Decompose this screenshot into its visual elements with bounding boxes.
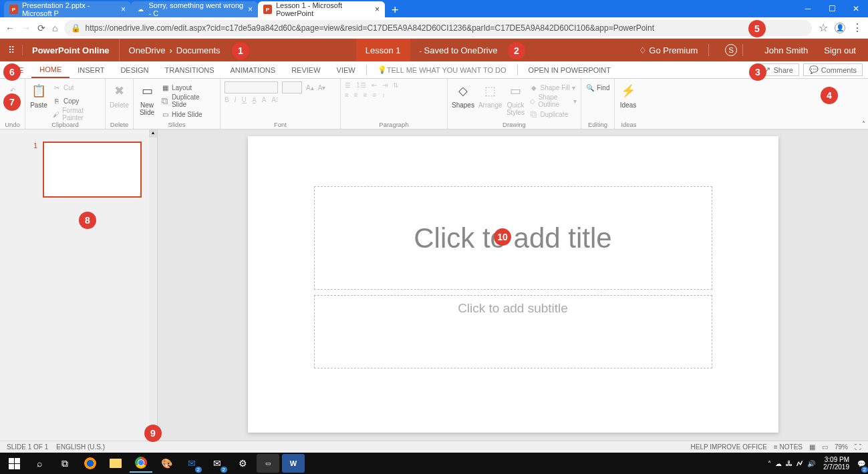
duplicate-shape-button[interactable]: ⿻Duplicate bbox=[529, 108, 577, 120]
text-direction-icon[interactable]: ⇅ bbox=[393, 81, 398, 89]
cut-button[interactable]: ✂Cut bbox=[52, 81, 101, 93]
bullets-icon[interactable]: ☰ bbox=[345, 81, 351, 89]
sign-out-link[interactable]: Sign out bbox=[819, 45, 861, 55]
url-input[interactable]: 🔒 https://onedrive.live.com/edit.aspx?ci… bbox=[64, 20, 812, 36]
browser-tab-1[interactable]: P Presentation 2.pptx - Microsoft P × bbox=[4, 1, 131, 17]
title-placeholder[interactable]: Click to add title bbox=[314, 186, 712, 290]
undo-button[interactable]: ↶ bbox=[10, 84, 15, 96]
close-tab-icon[interactable]: × bbox=[248, 5, 253, 14]
hide-slide-button[interactable]: ▭Hide Slide bbox=[160, 108, 216, 120]
window-maximize[interactable]: ☐ bbox=[820, 0, 844, 17]
ideas-button[interactable]: ⚡Ideas bbox=[619, 81, 637, 109]
start-button[interactable] bbox=[3, 454, 25, 473]
underline-icon[interactable]: U bbox=[241, 96, 246, 103]
outlook-icon[interactable]: ✉2 bbox=[180, 454, 203, 473]
find-button[interactable]: 🔍Find bbox=[585, 81, 609, 93]
go-premium-button[interactable]: ♢ Go Premium bbox=[633, 45, 704, 55]
slide-counter[interactable]: SLIDE 1 OF 1 bbox=[7, 443, 48, 451]
scroll-up-icon[interactable]: ▴ bbox=[149, 130, 157, 138]
close-tab-icon[interactable]: × bbox=[375, 5, 380, 14]
italic-icon[interactable]: I bbox=[235, 96, 237, 103]
indent-decrease-icon[interactable]: ⇤ bbox=[372, 81, 377, 89]
duplicate-slide-button[interactable]: ⿻Duplicate Slide bbox=[160, 95, 216, 107]
close-tab-icon[interactable]: × bbox=[121, 5, 126, 14]
thumbnail-scrollbar[interactable]: ▴ bbox=[149, 130, 157, 441]
home-button[interactable]: ⌂ bbox=[52, 23, 57, 33]
forward-button[interactable]: → bbox=[21, 23, 31, 33]
breadcrumb-folder[interactable]: Documents bbox=[176, 45, 221, 55]
notes-toggle[interactable]: ≡ NOTES bbox=[774, 443, 803, 451]
open-in-powerpoint[interactable]: OPEN IN POWERPOINT bbox=[521, 61, 619, 78]
font-color-icon[interactable]: A̲ bbox=[252, 96, 257, 103]
highlight-icon[interactable]: A bbox=[262, 96, 267, 103]
network-tray-icon[interactable]: 🖧 bbox=[786, 460, 792, 467]
shapes-button[interactable]: ◇Shapes bbox=[452, 81, 474, 109]
back-button[interactable]: ← bbox=[5, 23, 15, 33]
shape-outline-button[interactable]: ◇Shape Outline ▾ bbox=[529, 95, 577, 107]
subtitle-placeholder[interactable]: Click to add subtitle bbox=[314, 295, 712, 369]
word-icon[interactable]: W bbox=[282, 454, 305, 473]
clear-format-icon[interactable]: A⃠ bbox=[271, 96, 278, 103]
tab-animations[interactable]: ANIMATIONS bbox=[223, 61, 284, 78]
mail-icon[interactable]: ✉2 bbox=[206, 454, 229, 473]
slideshow-view-icon[interactable]: ▭ bbox=[822, 443, 828, 451]
window-minimize[interactable]: ─ bbox=[796, 0, 820, 17]
quick-styles-button[interactable]: ▭Quick Styles bbox=[507, 81, 525, 116]
tab-review[interactable]: REVIEW bbox=[283, 61, 328, 78]
slide-thumbnail-1[interactable] bbox=[43, 142, 142, 198]
window-close[interactable]: ✕ bbox=[844, 0, 868, 17]
user-name[interactable]: John Smith bbox=[759, 45, 813, 55]
copy-button[interactable]: ⎘Copy bbox=[52, 95, 101, 107]
browser-tab-2[interactable]: ☁ Sorry, something went wrong - C × bbox=[131, 1, 258, 17]
tab-transitions[interactable]: TRANSITIONS bbox=[157, 61, 223, 78]
align-right-icon[interactable]: ≡ bbox=[364, 91, 368, 99]
tab-design[interactable]: DESIGN bbox=[112, 61, 156, 78]
reload-button[interactable]: ⟳ bbox=[37, 23, 45, 33]
font-family-input[interactable] bbox=[225, 81, 278, 93]
grow-font-icon[interactable]: A▴ bbox=[306, 81, 314, 93]
tab-home[interactable]: HOME bbox=[31, 61, 69, 78]
settings-icon[interactable]: ⚙ bbox=[231, 454, 254, 473]
delete-button[interactable]: ✖ Delete bbox=[110, 81, 129, 109]
align-left-icon[interactable]: ≡ bbox=[345, 91, 349, 99]
comments-button[interactable]: 💬 Comments bbox=[803, 63, 863, 76]
paste-button[interactable]: 📋 Paste bbox=[29, 81, 48, 109]
shape-fill-button[interactable]: ◆Shape Fill ▾ bbox=[529, 81, 577, 93]
task-view-icon[interactable]: ⧉ bbox=[53, 454, 76, 473]
bookmark-star-icon[interactable]: ☆ bbox=[819, 21, 828, 34]
fit-to-window-icon[interactable]: ⛶ bbox=[855, 443, 861, 451]
onedrive-tray-icon[interactable]: ☁ bbox=[775, 460, 782, 467]
firefox-taskbar-icon[interactable] bbox=[79, 454, 102, 473]
browser-menu-icon[interactable]: ⋮ bbox=[852, 21, 863, 34]
normal-view-icon[interactable]: ▦ bbox=[809, 443, 815, 451]
align-center-icon[interactable]: ≡ bbox=[354, 91, 358, 99]
tell-me-search[interactable]: 💡 Tell me what you want to do bbox=[370, 61, 515, 78]
tab-file[interactable]: FILE bbox=[0, 61, 31, 78]
cortana-search-icon[interactable]: ⌕ bbox=[28, 454, 51, 473]
line-spacing-icon[interactable]: ↕ bbox=[382, 91, 385, 99]
paint-icon[interactable]: 🎨 bbox=[155, 454, 178, 473]
collapse-ribbon-icon[interactable]: ˄ bbox=[862, 120, 865, 128]
skype-icon[interactable]: S bbox=[725, 44, 737, 56]
tab-insert[interactable]: INSERT bbox=[69, 61, 112, 78]
system-clock[interactable]: 3:09 PM 2/7/2019 bbox=[819, 456, 853, 471]
browser-tab-3[interactable]: P Lesson 1 - Microsoft PowerPoint × bbox=[258, 1, 385, 17]
slide-canvas[interactable]: Click to add title Click to add subtitle bbox=[158, 130, 868, 441]
chrome-taskbar-icon[interactable] bbox=[130, 454, 152, 473]
layout-button[interactable]: ▦Layout bbox=[160, 81, 216, 93]
app-launcher-icon[interactable]: ⠿ bbox=[0, 45, 23, 55]
tray-chevron-icon[interactable]: ˄ bbox=[768, 460, 771, 467]
justify-icon[interactable]: ≡ bbox=[373, 91, 377, 99]
new-tab-button[interactable]: + bbox=[385, 3, 406, 17]
redo-button[interactable]: ↷ bbox=[10, 100, 15, 112]
breadcrumb-root[interactable]: OneDrive bbox=[129, 45, 166, 55]
tab-view[interactable]: VIEW bbox=[329, 61, 364, 78]
help-improve-link[interactable]: HELP IMPROVE OFFICE bbox=[691, 443, 767, 451]
document-title[interactable]: Lesson 1 bbox=[356, 39, 410, 61]
volume-tray-icon[interactable]: 🔊 bbox=[807, 460, 815, 467]
share-button[interactable]: ↗ Share bbox=[758, 63, 799, 76]
battery-tray-icon[interactable]: 🗲 bbox=[797, 460, 803, 467]
action-center-icon[interactable]: 💬2 bbox=[857, 460, 865, 467]
file-explorer-icon[interactable] bbox=[104, 454, 127, 473]
bold-icon[interactable]: B bbox=[225, 96, 229, 103]
